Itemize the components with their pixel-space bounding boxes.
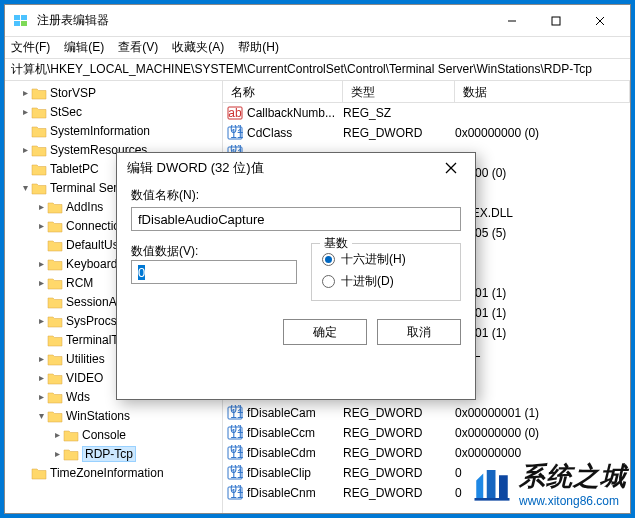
cell-data: 0x00000000 (0) [455, 426, 630, 440]
list-row[interactable]: abCallbackNumb...REG_SZ [223, 103, 630, 123]
tree-item[interactable]: ▸RDP-Tcp [5, 444, 222, 463]
svg-rect-1 [21, 15, 27, 20]
tree-item[interactable]: ▸Console [5, 425, 222, 444]
tree-twisty-icon[interactable]: ▸ [19, 144, 31, 155]
tree-twisty-icon[interactable]: ▸ [35, 258, 47, 269]
folder-icon [63, 447, 79, 461]
tree-twisty-icon[interactable]: ▸ [51, 448, 63, 459]
tree-twisty-icon[interactable]: ▸ [51, 429, 63, 440]
tree-item[interactable]: ▸StorVSP [5, 83, 222, 102]
menu-help[interactable]: 帮助(H) [238, 39, 279, 56]
cell-name: fDisableClip [247, 466, 343, 480]
value-type-icon: 011110 [227, 445, 243, 461]
svg-text:110: 110 [230, 447, 243, 461]
tree-item-label: Utilities [66, 352, 105, 366]
menu-favorites[interactable]: 收藏夹(A) [172, 39, 224, 56]
folder-icon [31, 162, 47, 176]
svg-rect-3 [21, 21, 27, 26]
tree-twisty-icon[interactable]: ▸ [35, 353, 47, 364]
tree-twisty-icon[interactable]: ▸ [35, 201, 47, 212]
value-data-input[interactable] [131, 260, 297, 284]
tree-item[interactable]: ▾WinStations [5, 406, 222, 425]
menu-edit[interactable]: 编辑(E) [64, 39, 104, 56]
cell-name: CdClass [247, 126, 343, 140]
list-header: 名称 类型 数据 [223, 81, 630, 103]
value-name-label: 数值名称(N): [131, 187, 461, 204]
cell-name: fDisableCnm [247, 486, 343, 500]
maximize-button[interactable] [534, 7, 578, 35]
app-icon [13, 13, 29, 29]
folder-icon [63, 428, 79, 442]
dialog-titlebar: 编辑 DWORD (32 位)值 [117, 153, 475, 183]
tree-twisty-icon[interactable]: ▸ [35, 220, 47, 231]
value-type-icon: 011110 [227, 465, 243, 481]
minimize-button[interactable] [490, 7, 534, 35]
list-row[interactable]: 011110fDisableCnmREG_DWORD0 [223, 483, 630, 503]
list-row[interactable]: 011110CdClassREG_DWORD0x00000000 (0) [223, 123, 630, 143]
dialog-title: 编辑 DWORD (32 位)值 [127, 159, 437, 177]
cell-data: 00005 (5) [455, 226, 630, 240]
svg-text:ab: ab [228, 106, 242, 120]
svg-text:110: 110 [230, 127, 243, 141]
radio-dec[interactable]: 十进制(D) [322, 270, 450, 292]
folder-icon [47, 276, 63, 290]
list-row[interactable]: 011110fDisableCdmREG_DWORD0x00000000 [223, 443, 630, 463]
tree-item-label: SystemInformation [50, 124, 150, 138]
svg-text:110: 110 [230, 487, 243, 501]
cell-data: FGEX.DLL [455, 206, 630, 220]
tree-item[interactable]: SystemInformation [5, 121, 222, 140]
cell-data: 0x00000000 (0) [455, 126, 630, 140]
address-bar[interactable]: 计算机\HKEY_LOCAL_MACHINE\SYSTEM\CurrentCon… [5, 59, 630, 81]
close-button[interactable] [578, 7, 622, 35]
svg-text:110: 110 [230, 467, 243, 481]
ok-button[interactable]: 确定 [283, 319, 367, 345]
tree-twisty-icon[interactable]: ▸ [19, 106, 31, 117]
tree-item-label: SysProcs [66, 314, 117, 328]
menu-file[interactable]: 文件(F) [11, 39, 50, 56]
col-header-name[interactable]: 名称 [223, 81, 343, 102]
folder-icon [47, 390, 63, 404]
col-header-type[interactable]: 类型 [343, 81, 455, 102]
folder-icon [47, 200, 63, 214]
tree-item-label: RCM [66, 276, 93, 290]
cancel-button[interactable]: 取消 [377, 319, 461, 345]
folder-icon [31, 86, 47, 100]
tree-twisty-icon[interactable]: ▸ [19, 87, 31, 98]
list-row[interactable]: 011110fDisableClipREG_DWORD0 [223, 463, 630, 483]
value-data-label: 数值数据(V): [131, 244, 198, 258]
svg-rect-2 [14, 21, 20, 26]
value-name-input[interactable] [131, 207, 461, 231]
folder-icon [31, 124, 47, 138]
folder-icon [47, 295, 63, 309]
cell-data: 0x00000000 [455, 446, 630, 460]
tree-item-label: TimeZoneInformation [50, 466, 164, 480]
cell-type: REG_DWORD [343, 466, 455, 480]
list-row[interactable]: 011110fDisableCamREG_DWORD0x00000001 (1) [223, 403, 630, 423]
folder-icon [47, 352, 63, 366]
radio-dot-icon [322, 275, 335, 288]
tree-item[interactable]: TimeZoneInformation [5, 463, 222, 482]
tree-item-label: VIDEO [66, 371, 103, 385]
col-header-data[interactable]: 数据 [455, 81, 630, 102]
cell-name: fDisableCcm [247, 426, 343, 440]
cell-name: fDisableCam [247, 406, 343, 420]
cell-data: 00001 (1) [455, 306, 630, 320]
tree-twisty-icon[interactable]: ▸ [35, 391, 47, 402]
tree-item-label: Console [82, 428, 126, 442]
folder-icon [31, 181, 47, 195]
tree-item[interactable]: ▸StSec [5, 102, 222, 121]
tree-twisty-icon[interactable]: ▾ [35, 410, 47, 421]
tree-twisty-icon[interactable]: ▸ [35, 372, 47, 383]
dialog-close-button[interactable] [437, 156, 465, 180]
tree-twisty-icon[interactable]: ▸ [35, 315, 47, 326]
folder-icon [31, 105, 47, 119]
menu-view[interactable]: 查看(V) [118, 39, 158, 56]
radio-dec-label: 十进制(D) [341, 273, 394, 290]
cell-data: 00001 (1) [455, 326, 630, 340]
list-row[interactable]: 011110fDisableCcmREG_DWORD0x00000000 (0) [223, 423, 630, 443]
svg-rect-0 [14, 15, 20, 20]
base-groupbox: 基数 十六进制(H) 十进制(D) [311, 243, 461, 301]
tree-twisty-icon[interactable]: ▸ [35, 277, 47, 288]
tree-twisty-icon[interactable]: ▾ [19, 182, 31, 193]
folder-icon [47, 333, 63, 347]
